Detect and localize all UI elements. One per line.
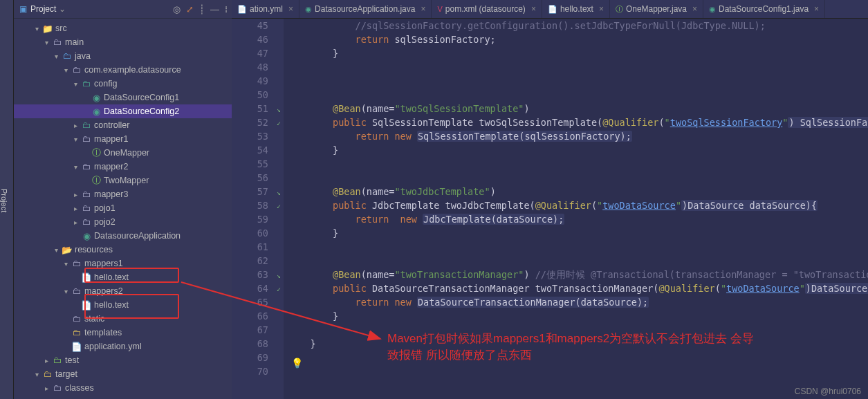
- editor-tabs[interactable]: 📄ation.yml×◉DatasourceApplication.java×V…: [232, 0, 868, 19]
- tree-node[interactable]: ▾🗀mapper2: [14, 160, 232, 174]
- tree-node[interactable]: ⒾOneMapper: [14, 146, 232, 160]
- tree-node[interactable]: ▸🗀pojo1: [14, 201, 232, 215]
- tree-node-label: hello.text: [94, 272, 129, 282]
- tree-node[interactable]: ▾🗀config: [14, 77, 232, 91]
- code-line[interactable]: public DataSourceTransactionManager twoT…: [288, 281, 868, 295]
- code-line[interactable]: [288, 254, 868, 268]
- tree-node[interactable]: ▸🗀controller: [14, 118, 232, 132]
- tree-node[interactable]: ◉DataSourceConfig1: [14, 91, 232, 104]
- editor-tab[interactable]: ◉DataSourceConfig1.java×: [703, 0, 825, 18]
- gear-icon[interactable]: ⁞: [225, 4, 228, 15]
- code-line[interactable]: }: [288, 46, 868, 60]
- tree-node[interactable]: ▾🗀main: [14, 35, 232, 49]
- project-icon: ▣: [18, 4, 28, 14]
- code-line[interactable]: }: [288, 226, 868, 240]
- code-line[interactable]: [288, 364, 868, 378]
- tab-icon: 📄: [548, 5, 557, 14]
- tab-label: DatasourceApplication.java: [315, 4, 415, 14]
- tree-node-label: templates: [84, 328, 122, 337]
- tree-node[interactable]: ▸🗀test: [14, 353, 232, 367]
- tree-node[interactable]: ◉DatasourceApplication: [14, 229, 232, 243]
- code-line[interactable]: return new DataSourceTransactionManager(…: [288, 295, 868, 309]
- tree-node-icon: 🗀: [72, 65, 82, 75]
- editor-tab[interactable]: ◉DatasourceApplication.java×: [299, 0, 432, 18]
- tree-node[interactable]: ▸🗀mapper3: [14, 187, 232, 201]
- tree-node[interactable]: ▾🗀mappers2: [14, 284, 232, 298]
- gutter-line: 55: [232, 157, 284, 171]
- tree-node-label: TwoMapper: [104, 176, 149, 185]
- gutter-line: 68: [232, 337, 284, 351]
- bulb-icon[interactable]: 💡: [291, 356, 303, 370]
- gutter-line: 52✓: [232, 115, 284, 129]
- tree-node-icon: 🗀: [82, 79, 91, 89]
- code-line[interactable]: @Bean(name="twoJdbcTemplate"): [288, 185, 868, 198]
- code-line[interactable]: [288, 60, 868, 74]
- target-icon[interactable]: ◎: [173, 4, 181, 15]
- sidebar-title[interactable]: ▣ Project ⌄: [18, 4, 66, 14]
- code-line[interactable]: return new SqlSessionTemplate(sqlSession…: [288, 129, 868, 143]
- gutter-mark-icon[interactable]: ✓: [277, 117, 281, 131]
- tree-node[interactable]: 📄hello.text: [14, 298, 232, 312]
- code-line[interactable]: @Bean(name="twoSqlSessionTemplate"): [288, 102, 868, 115]
- tree-node[interactable]: 📄hello.text: [14, 270, 232, 284]
- divider-icon: ┊: [199, 4, 205, 15]
- code-line[interactable]: public SqlSessionTemplate twoSqlSessionT…: [288, 115, 868, 129]
- editor-tab[interactable]: 📄hello.text×: [542, 0, 610, 18]
- code-line[interactable]: [288, 88, 868, 102]
- tree-node[interactable]: ▾📂resources: [14, 243, 232, 257]
- code-line[interactable]: return sqlSessionFactory;: [288, 33, 868, 46]
- tree-node[interactable]: ▾🗀mappers1: [14, 257, 232, 270]
- project-tree[interactable]: ▾📁src▾🗀main▾🗀java▾🗀com.example.datasourc…: [14, 19, 232, 399]
- code-line[interactable]: [288, 240, 868, 254]
- tab-close-icon[interactable]: ×: [692, 4, 697, 14]
- gutter-mark-icon[interactable]: ↘: [277, 269, 281, 283]
- project-tool-strip[interactable]: Project: [0, 0, 14, 399]
- gutter-mark-icon[interactable]: ↘: [277, 186, 281, 200]
- tab-close-icon[interactable]: ×: [814, 4, 819, 14]
- tab-close-icon[interactable]: ×: [531, 4, 536, 14]
- tree-node[interactable]: ◉DataSourceConfig2: [14, 104, 232, 118]
- tree-node[interactable]: ▾🗀target: [14, 367, 232, 381]
- tree-node-icon: Ⓘ: [91, 175, 101, 187]
- tree-node[interactable]: ⒾTwoMapper: [14, 174, 232, 187]
- tree-node-label: classes: [65, 383, 94, 393]
- tree-node[interactable]: ▾🗀com.example.datasource: [14, 63, 232, 77]
- tree-node-label: static: [84, 314, 104, 324]
- code-line[interactable]: }: [288, 309, 868, 323]
- code-line[interactable]: //sqlSessionFactory.getConfiguration().s…: [288, 19, 868, 33]
- editor-tab[interactable]: 📄ation.yml×: [232, 0, 299, 18]
- gutter-mark-icon[interactable]: ✓: [277, 200, 281, 214]
- code-line[interactable]: return new JdbcTemplate(dataSource);: [288, 212, 868, 226]
- gutter-mark-icon[interactable]: ✓: [277, 283, 281, 297]
- tab-close-icon[interactable]: ×: [288, 4, 293, 14]
- tree-node[interactable]: 📄application.yml: [14, 340, 232, 353]
- tab-close-icon[interactable]: ×: [599, 4, 604, 14]
- code-line[interactable]: [288, 171, 868, 185]
- gutter-mark-icon[interactable]: ↘: [277, 103, 281, 117]
- code-line[interactable]: [288, 157, 868, 171]
- tree-node[interactable]: 🗀static: [14, 312, 232, 326]
- tab-label: pom.xml (datasource): [445, 4, 526, 14]
- expand-icon[interactable]: ⤢: [186, 4, 194, 15]
- tree-node[interactable]: ▾🗀mapper1: [14, 132, 232, 146]
- tree-node-label: main: [65, 37, 84, 47]
- tree-node-icon: 🗀: [72, 286, 82, 296]
- collapse-icon[interactable]: —: [210, 4, 219, 15]
- tree-node[interactable]: ▸🗀classes: [14, 381, 232, 395]
- tree-node[interactable]: ▾📁src: [14, 21, 232, 35]
- gutter-line: 49: [232, 74, 284, 88]
- tree-node[interactable]: 🗀templates: [14, 326, 232, 340]
- code-line[interactable]: }: [288, 143, 868, 157]
- tree-node-icon: 🗀: [43, 369, 53, 379]
- tree-node[interactable]: ▸🗀pojo2: [14, 215, 232, 229]
- code-line[interactable]: @Bean(name="twoTransactionManager") //使用…: [288, 268, 868, 281]
- editor-tab[interactable]: ⒾOneMapper.java×: [610, 0, 703, 18]
- code-line[interactable]: [288, 74, 868, 88]
- tree-node-label: mapper1: [94, 134, 128, 144]
- tab-close-icon[interactable]: ×: [421, 4, 425, 14]
- tree-node[interactable]: ▾🗀java: [14, 49, 232, 63]
- editor-tab[interactable]: Vpom.xml (datasource)×: [432, 0, 542, 18]
- tree-arrow-icon: ▾: [72, 80, 79, 88]
- gutter-line: 60: [232, 226, 284, 240]
- code-line[interactable]: public JdbcTemplate twoJdbcTemplate(@Qua…: [288, 198, 868, 212]
